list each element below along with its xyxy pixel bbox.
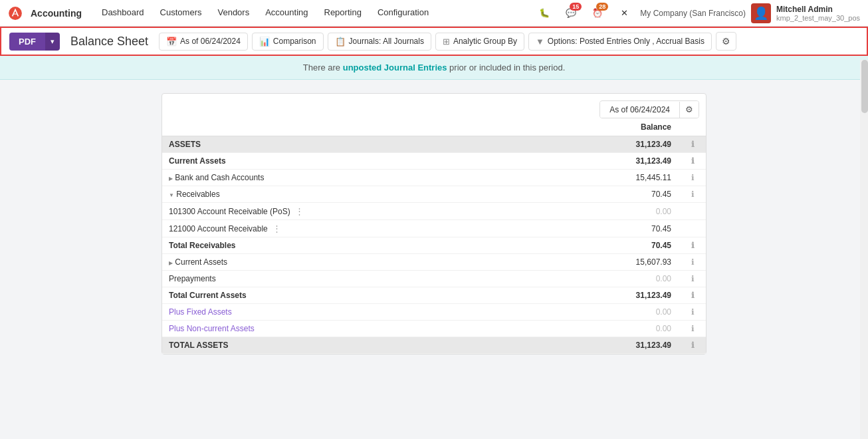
row-name: Current Assets — [162, 254, 488, 271]
report-toolbar: PDF ▾ Balance Sheet 📅 As of 06/24/2024 📊… — [0, 27, 868, 56]
pdf-button[interactable]: PDF — [9, 33, 45, 51]
info-banner: There are unposted Journal Entries prior… — [0, 56, 868, 80]
date-settings-icon[interactable]: ⚙ — [680, 101, 699, 118]
table-row: Total Receivables 70.45 — [162, 237, 706, 254]
table-row: Plus Fixed Assets 0.00 — [162, 304, 706, 321]
top-navigation: Accounting Dashboard Customers Vendors A… — [0, 0, 868, 27]
row-name: 121000 Account Receivable — [162, 220, 488, 237]
info-icon[interactable] — [679, 237, 706, 254]
info-icon[interactable] — [679, 170, 706, 186]
nav-accounting[interactable]: Accounting — [259, 0, 314, 27]
row-amount: 31,123.49 — [488, 153, 679, 170]
row-amount: 15,607.93 — [488, 254, 679, 271]
report-header-row: As of 06/24/2024 ⚙ — [162, 94, 706, 118]
row-context-menu[interactable] — [270, 224, 281, 233]
options-button[interactable]: ▼ Options: Posted Entries Only , Accrual… — [528, 33, 712, 51]
timer-btn[interactable]: ⏰ 28 — [587, 3, 608, 24]
analytic-button[interactable]: ⊞ Analytic Group By — [435, 33, 524, 51]
user-avatar[interactable]: 👤 — [751, 3, 771, 23]
user-db: kmp_2_test_may_30_pos — [776, 14, 860, 22]
expand-icon[interactable] — [169, 259, 173, 266]
bug-icon: 🐛 — [539, 8, 550, 18]
row-amount: 31,123.49 — [488, 337, 679, 354]
row-name: 101300 Account Receivable (PoS) — [162, 203, 488, 220]
row-amount: 70.45 — [488, 220, 679, 237]
gear-icon: ⚙ — [722, 36, 730, 47]
app-logo[interactable] — [8, 6, 23, 21]
expand-icon[interactable] — [169, 191, 174, 198]
nav-configuration[interactable]: Configuration — [371, 0, 435, 27]
expand-icon[interactable] — [169, 174, 173, 182]
nav-dashboard[interactable]: Dashboard — [95, 0, 151, 27]
company-selector[interactable]: My Company (San Francisco) — [640, 9, 746, 18]
table-row: 121000 Account Receivable 70.45 — [162, 220, 706, 237]
table-row: Total ASSETS 31,123.49 — [162, 337, 706, 354]
info-icon[interactable] — [679, 136, 706, 153]
info-icon[interactable] — [679, 186, 706, 203]
row-name: Total ASSETS — [162, 337, 488, 354]
row-context-menu[interactable] — [292, 207, 304, 216]
table-row: 101300 Account Receivable (PoS) 0.00 — [162, 203, 706, 220]
main-content: As of 06/24/2024 ⚙ Balance ASSETS 31,123… — [0, 80, 868, 439]
messages-badge: 15 — [570, 3, 582, 11]
info-icon[interactable] — [679, 287, 706, 304]
table-row: Current Assets 31,123.49 — [162, 153, 706, 170]
info-icon — [679, 220, 706, 237]
comparison-button[interactable]: 📊 Comparison — [252, 33, 324, 51]
nav-vendors[interactable]: Vendors — [211, 0, 256, 27]
row-name: Bank and Cash Accounts — [162, 170, 488, 186]
report-title: Balance Sheet — [70, 35, 148, 49]
calendar-icon: 📅 — [166, 37, 177, 47]
date-header-label: As of 06/24/2024 — [600, 102, 680, 118]
settings-button[interactable]: ⚙ — [716, 32, 736, 51]
unposted-entries-link[interactable]: unposted Journal Entries — [343, 63, 447, 73]
scrollbar-thumb[interactable] — [861, 60, 868, 113]
table-row: Plus Non-current Assets 0.00 — [162, 321, 706, 337]
messages-btn[interactable]: 💬 15 — [560, 3, 582, 24]
row-amount: 15,445.11 — [488, 170, 679, 186]
nav-customers[interactable]: Customers — [154, 0, 209, 27]
row-name: Current Assets — [162, 153, 488, 170]
table-row: Current Assets 15,607.93 — [162, 254, 706, 271]
app-name: Accounting — [31, 8, 82, 19]
row-name: Plus Fixed Assets — [162, 304, 488, 321]
table-row: Receivables 70.45 — [162, 186, 706, 203]
info-icon[interactable] — [679, 304, 706, 321]
close-icon: ✕ — [621, 8, 628, 18]
info-icon[interactable] — [679, 337, 706, 354]
table-row: Prepayments 0.00 — [162, 271, 706, 287]
user-info[interactable]: Mitchell Admin kmp_2_test_may_30_pos — [776, 5, 860, 22]
chart-icon: 📊 — [259, 37, 270, 47]
banner-text-after: prior or included in this period. — [449, 63, 565, 73]
report-table: Balance ASSETS 31,123.49 Current Assets — [162, 118, 706, 354]
row-amount: 0.00 — [488, 304, 679, 321]
pdf-dropdown-button[interactable]: ▾ — [45, 33, 60, 51]
balance-sheet-report: As of 06/24/2024 ⚙ Balance ASSETS 31,123… — [162, 93, 706, 355]
table-row: Bank and Cash Accounts 15,445.11 — [162, 170, 706, 186]
row-amount: 0.00 — [488, 203, 679, 220]
table-row: Total Current Assets 31,123.49 — [162, 287, 706, 304]
user-name: Mitchell Admin — [776, 5, 860, 14]
row-name: Receivables — [162, 186, 488, 203]
date-header-cell: As of 06/24/2024 ⚙ — [599, 100, 699, 118]
table-row: ASSETS 31,123.49 — [162, 136, 706, 153]
journal-icon: 📋 — [335, 37, 346, 47]
info-icon[interactable] — [679, 153, 706, 170]
info-icon[interactable] — [679, 271, 706, 287]
row-name: Total Current Assets — [162, 287, 488, 304]
row-amount: 31,123.49 — [488, 287, 679, 304]
company-label: My Company (San Francisco) — [640, 9, 746, 18]
date-filter-button[interactable]: 📅 As of 06/24/2024 — [159, 33, 248, 51]
journals-button[interactable]: 📋 Journals: All Journals — [328, 33, 431, 51]
scrollbar[interactable] — [860, 60, 868, 439]
row-amount: 31,123.49 — [488, 136, 679, 153]
info-icon[interactable] — [679, 321, 706, 337]
bug-icon-btn[interactable]: 🐛 — [534, 3, 555, 24]
close-btn[interactable]: ✕ — [613, 3, 635, 24]
grid-icon: ⊞ — [443, 37, 450, 47]
info-icon[interactable] — [679, 254, 706, 271]
row-name: Total Receivables — [162, 237, 488, 254]
row-name: ASSETS — [162, 136, 488, 153]
nav-reporting[interactable]: Reporting — [318, 0, 368, 27]
info-icon — [679, 203, 706, 220]
